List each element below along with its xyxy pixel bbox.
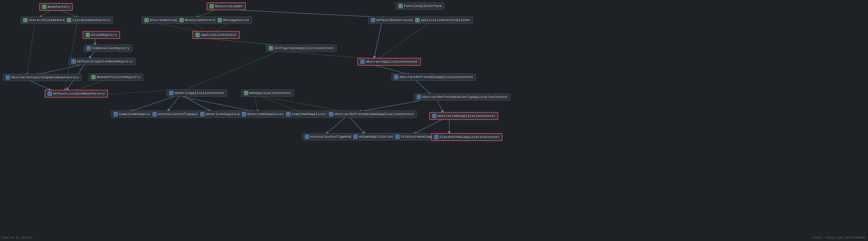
- svg-line-11: [220, 9, 386, 18]
- svg-line-34: [181, 96, 253, 111]
- node-label: ApplicationContext: [201, 33, 237, 37]
- interface-icon: I: [23, 18, 27, 22]
- svg-line-32: [259, 96, 300, 111]
- node-BeanFactory[interactable]: I BeanFactory: [39, 3, 73, 11]
- node-MessageSource[interactable]: I MessageSource: [215, 16, 252, 24]
- watermark-text: Powered by yFiles: [1, 236, 32, 240]
- abstract-icon: A: [394, 75, 398, 79]
- abstract-icon: A: [417, 95, 421, 99]
- node-DefaultSingletonBeanRegistry[interactable]: C DefaultSingletonBeanRegistry: [69, 58, 135, 65]
- node-label: AbstractApplicationContext: [366, 60, 418, 64]
- node-label: AbstractRefreshableConfigApplicationCont…: [422, 95, 508, 99]
- node-SimpleAliasRegistry[interactable]: C SimpleAliasRegistry: [84, 44, 132, 52]
- svg-line-33: [262, 96, 344, 111]
- node-label: ClassPathXmlApplicationContext: [440, 135, 499, 139]
- svg-line-8: [75, 81, 102, 90]
- svg-line-19: [378, 24, 428, 59]
- class-icon: C: [434, 135, 438, 139]
- node-label: DefaultSingletonBeanRegistry: [77, 60, 133, 63]
- node-ClassPathXmlApplicationContext[interactable]: C ClassPathXmlApplicationContext: [431, 133, 502, 141]
- node-AbstractAutowireCapableBeanFactory[interactable]: A AbstractAutowireCapableBeanFactory: [3, 74, 82, 81]
- class-icon: C: [169, 91, 174, 95]
- svg-line-31: [255, 96, 258, 111]
- interface-icon: I: [244, 91, 248, 95]
- node-GenericApplicationContext[interactable]: C GenericApplicationContext: [166, 90, 227, 97]
- node-label: WebApplicationContext: [249, 91, 291, 95]
- abstract-icon: A: [329, 112, 333, 116]
- svg-line-28: [167, 96, 180, 111]
- node-label: AliasRegistry: [91, 33, 117, 37]
- node-AbstractRefreshableConfigApplicationContext[interactable]: A AbstractRefreshableConfigApplicationCo…: [414, 93, 510, 101]
- abstract-icon: A: [361, 60, 365, 64]
- svg-line-26: [326, 117, 345, 134]
- interface-icon: I: [195, 33, 200, 37]
- svg-line-2: [27, 24, 35, 75]
- class-icon: C: [353, 135, 358, 139]
- node-label: SimpleAliasRegistry: [92, 46, 130, 50]
- interface-icon: I: [218, 18, 222, 22]
- svg-line-30: [130, 96, 175, 111]
- class-icon: C: [71, 59, 76, 64]
- node-AbstractRefreshableApplicationContext[interactable]: A AbstractRefreshableApplicationContext: [392, 73, 476, 81]
- node-ApplicationContext[interactable]: I ApplicationContext: [192, 31, 240, 39]
- node-DefaultListableBeanFactory[interactable]: C DefaultListableBeanFactory: [44, 90, 108, 98]
- class-icon: C: [371, 18, 375, 22]
- node-ListableBeanFactory[interactable]: I ListableBeanFactory: [64, 16, 113, 24]
- class-icon: C: [305, 135, 309, 139]
- node-AbstractXmlApplicationContext[interactable]: A AbstractXmlApplicationContext: [429, 112, 498, 120]
- interface-icon: I: [67, 18, 71, 22]
- svg-line-9: [30, 81, 51, 90]
- interface-icon: I: [180, 18, 184, 22]
- class-icon: C: [395, 135, 400, 139]
- svg-line-25: [359, 101, 419, 111]
- svg-line-22: [437, 101, 443, 113]
- diagram-canvas: I BeanFactory I HierarchicalBeanFactory …: [0, 0, 868, 241]
- node-label: MessageSource: [223, 19, 249, 22]
- node-label: AbstractRefreshableWebApplicationContext: [335, 112, 414, 116]
- node-AliasRegistry[interactable]: I AliasRegistry: [83, 31, 120, 39]
- svg-line-18: [374, 24, 381, 59]
- svg-line-23: [413, 119, 443, 134]
- node-BeanDefinitionRegistry[interactable]: I BeanDefinitionRegistry: [89, 73, 143, 81]
- node-FunctionalInterface[interactable]: I FunctionalInterface: [396, 2, 444, 10]
- connection-lines: [0, 0, 868, 241]
- class-icon: C: [153, 112, 157, 116]
- svg-line-10: [196, 9, 217, 18]
- node-label: ResourceLoader: [215, 4, 243, 8]
- interface-icon: I: [86, 33, 90, 37]
- class-icon: C: [87, 46, 91, 50]
- interface-icon: I: [91, 75, 96, 79]
- node-ConfigurableApplicationContext[interactable]: I ConfigurableApplicationContext: [266, 44, 337, 52]
- svg-line-29: [184, 96, 211, 111]
- node-ApplicationEventPublisher[interactable]: I ApplicationEventPublisher: [412, 16, 473, 24]
- node-ResourceLoader[interactable]: I ResourceLoader: [207, 2, 246, 10]
- interface-icon: I: [210, 4, 214, 8]
- svg-line-27: [350, 117, 365, 134]
- node-label: ListableBeanFactory: [72, 19, 110, 22]
- node-label: AbstractRefreshableApplicationContext: [400, 75, 473, 79]
- node-label: DefaultListableBeanFactory: [53, 92, 105, 96]
- node-WebApplicationContext[interactable]: I WebApplicationContext: [241, 90, 294, 97]
- class-icon: C: [48, 92, 52, 96]
- abstract-icon: A: [6, 75, 10, 79]
- node-label: FunctionalInterface: [404, 4, 441, 8]
- node-label: DefaultResourceLoader: [376, 19, 418, 22]
- svg-line-6: [36, 65, 82, 75]
- node-AbstractApplicationContext[interactable]: A AbstractApplicationContext: [358, 58, 421, 66]
- class-icon: C: [286, 112, 290, 116]
- class-icon: C: [114, 112, 118, 116]
- interface-icon: I: [145, 18, 149, 22]
- svg-line-17: [184, 52, 277, 90]
- svg-line-5: [89, 50, 95, 59]
- interface-icon: I: [415, 18, 420, 22]
- abstract-icon: A: [432, 114, 436, 118]
- node-label: BeanDefinitionRegistry: [97, 75, 141, 79]
- node-label: AbstractAutowireCapableBeanFactory: [11, 76, 79, 79]
- node-AbstractRefreshableWebApplicationContext[interactable]: A AbstractRefreshableWebApplicationConte…: [326, 110, 417, 118]
- node-label: ConfigurableApplicationContext: [274, 46, 334, 50]
- svg-line-21: [416, 81, 431, 95]
- interface-icon: I: [398, 4, 403, 8]
- watermark-url: https://blog.csdn.net/6108003: [812, 236, 865, 240]
- node-label: AbstractXmlApplicationContext: [438, 114, 495, 118]
- class-icon: C: [242, 112, 246, 116]
